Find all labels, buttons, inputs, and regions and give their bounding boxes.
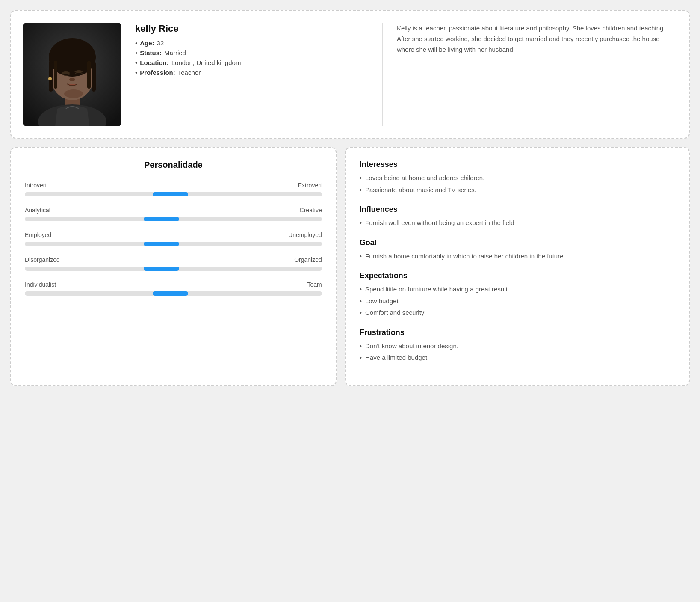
slider-labels-0: IntrovertExtrovert	[25, 182, 322, 189]
interests-list: Loves being at home and adores children.…	[360, 173, 675, 195]
slider-labels-3: DisorganizedOrganized	[25, 256, 322, 263]
goal-title: Goal	[360, 238, 675, 247]
slider-thumb-0[interactable]	[153, 192, 188, 196]
list-item: Don't know about interior design.	[360, 341, 675, 351]
expectations-list: Spend little on furniture while having a…	[360, 285, 675, 318]
influences-title: Influences	[360, 205, 675, 214]
list-item: Loves being at home and adores children.	[360, 173, 675, 183]
slider-track-4	[25, 291, 322, 296]
slider-labels-4: IndividualistTeam	[25, 281, 322, 288]
personality-card: Personalidade IntrovertExtrovertAnalytic…	[10, 147, 337, 386]
slider-track-3	[25, 267, 322, 271]
list-item: Low budget	[360, 297, 675, 306]
list-item: Comfort and security	[360, 308, 675, 318]
slider-track-0	[25, 192, 322, 196]
svg-rect-8	[92, 62, 96, 92]
profile-info: kelly Rice Age: 32 Status: Married Locat…	[135, 23, 369, 76]
slider-labels-2: EmployedUnemployed	[25, 231, 322, 238]
profile-card: kelly Rice Age: 32 Status: Married Locat…	[10, 10, 690, 139]
slider-group-1: AnalyticalCreative	[25, 207, 322, 221]
list-item: Spend little on furniture while having a…	[360, 285, 675, 294]
personality-title: Personalidade	[25, 160, 322, 170]
expectations-title: Expectations	[360, 271, 675, 280]
influences-section: Influences Furnish well even without bei…	[360, 205, 675, 228]
svg-point-15	[64, 89, 83, 98]
frustrations-list: Don't know about interior design.Have a …	[360, 341, 675, 363]
svg-point-11	[74, 70, 83, 74]
frustrations-section: Frustrations Don't know about interior d…	[360, 328, 675, 363]
profile-location: Location: London, United kingdom	[135, 59, 369, 66]
profile-photo	[23, 23, 121, 126]
slider-right-label-3: Organized	[294, 256, 322, 263]
svg-point-13	[48, 77, 52, 80]
slider-thumb-1[interactable]	[144, 217, 179, 221]
slider-left-label-1: Analytical	[25, 207, 50, 214]
slider-track-2	[25, 242, 322, 246]
slider-left-label-0: Introvert	[25, 182, 47, 189]
list-item: Furnish well even without being an exper…	[360, 218, 675, 228]
slider-right-label-2: Unemployed	[288, 231, 322, 238]
slider-left-label-2: Employed	[25, 231, 51, 238]
slider-group-2: EmployedUnemployed	[25, 231, 322, 246]
bottom-section: Personalidade IntrovertExtrovertAnalytic…	[10, 147, 690, 386]
slider-labels-1: AnalyticalCreative	[25, 207, 322, 214]
svg-rect-7	[54, 61, 57, 89]
svg-rect-6	[49, 62, 53, 92]
goal-list: Furnish a home comfortably in which to r…	[360, 252, 675, 261]
sliders-container: IntrovertExtrovertAnalyticalCreativeEmpl…	[25, 182, 322, 296]
svg-point-10	[62, 71, 70, 76]
profile-profession: Profession: Teacher	[135, 69, 369, 76]
slider-group-4: IndividualistTeam	[25, 281, 322, 296]
slider-track-1	[25, 217, 322, 221]
slider-group-3: DisorganizedOrganized	[25, 256, 322, 271]
svg-rect-14	[50, 80, 50, 86]
expectations-section: Expectations Spend little on furniture w…	[360, 271, 675, 318]
frustrations-title: Frustrations	[360, 328, 675, 337]
influences-list: Furnish well even without being an exper…	[360, 218, 675, 228]
profile-name: kelly Rice	[135, 23, 369, 34]
interests-title: Interesses	[360, 160, 675, 169]
svg-point-12	[69, 78, 75, 81]
slider-right-label-0: Extrovert	[298, 182, 322, 189]
list-item: Have a limited budget.	[360, 353, 675, 363]
profile-bio: Kelly is a teacher, passionate about lit…	[397, 23, 677, 55]
interests-section: Interesses Loves being at home and adore…	[360, 160, 675, 195]
slider-right-label-4: Team	[307, 281, 322, 288]
svg-rect-9	[87, 61, 91, 89]
goal-section: Goal Furnish a home comfortably in which…	[360, 238, 675, 261]
info-card: Interesses Loves being at home and adore…	[345, 147, 690, 386]
slider-left-label-3: Disorganized	[25, 256, 60, 263]
slider-group-0: IntrovertExtrovert	[25, 182, 322, 196]
slider-left-label-4: Individualist	[25, 281, 56, 288]
slider-thumb-3[interactable]	[144, 267, 179, 271]
list-item: Furnish a home comfortably in which to r…	[360, 252, 675, 261]
slider-right-label-1: Creative	[300, 207, 322, 214]
profile-status: Status: Married	[135, 49, 369, 56]
slider-thumb-2[interactable]	[144, 242, 179, 246]
profile-details: Age: 32 Status: Married Location: London…	[135, 39, 369, 76]
profile-divider	[382, 23, 383, 126]
list-item: Passionate about music and TV series.	[360, 185, 675, 195]
profile-age: Age: 32	[135, 39, 369, 47]
slider-thumb-4[interactable]	[153, 291, 188, 296]
